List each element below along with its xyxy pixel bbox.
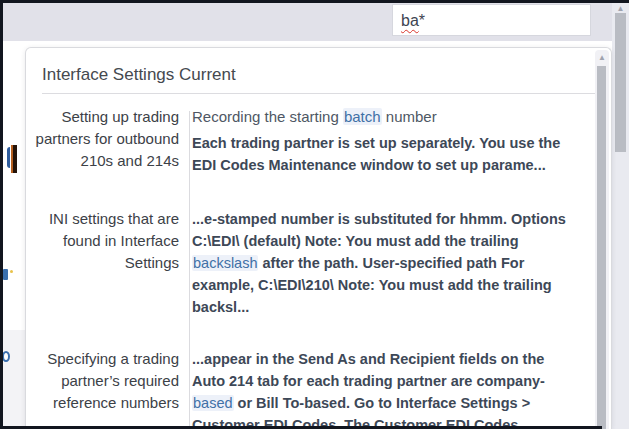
search-results-dropdown: Interface Settings Current Setting up tr… <box>25 47 612 429</box>
result-content: ...e-stamped number is substituted for h… <box>179 208 571 318</box>
result-text: ...e-stamped number is substituted for h… <box>192 211 566 249</box>
background-page-strip <box>3 41 25 429</box>
background-artifact <box>3 269 8 280</box>
search-input[interactable]: ba* <box>392 4 591 36</box>
results-scrollbar[interactable]: ▲ <box>595 50 609 429</box>
highlighted-term: backslash <box>192 255 258 271</box>
highlighted-term: batch <box>343 108 382 125</box>
scroll-up-icon[interactable]: ▲ <box>612 5 629 13</box>
toolbar: ba* <box>3 3 612 41</box>
title-divider <box>42 93 595 94</box>
help-search-window: ba* Interface Settings Current Setting u… <box>0 0 629 429</box>
results-panel-title: Interface Settings Current <box>42 64 595 86</box>
search-term-text: ba <box>401 12 419 29</box>
window-border <box>0 0 3 429</box>
background-artifact <box>7 147 10 168</box>
search-wildcard-text: * <box>419 12 425 29</box>
result-topic: Specifying a trading partner’s required … <box>26 348 179 414</box>
scroll-up-icon[interactable]: ▲ <box>595 54 609 62</box>
search-result[interactable]: Setting up trading partners for outbound… <box>26 106 571 176</box>
window-scrollbar-thumb[interactable] <box>615 13 626 152</box>
window-scrollbar[interactable]: ▲ <box>612 0 629 429</box>
result-content: Recording the starting batch numberEach … <box>179 106 571 176</box>
result-content: ...appear in the Send As and Recipient f… <box>179 348 571 429</box>
result-text: Recording the starting <box>192 108 343 125</box>
background-artifact <box>10 270 13 273</box>
result-topic: INI settings that are found in Interface… <box>26 208 179 274</box>
background-artifact <box>2 351 10 362</box>
highlighted-term: based <box>192 395 234 411</box>
window-border <box>0 0 629 3</box>
result-text: ...appear in the Send As and Recipient f… <box>192 351 545 389</box>
result-text: or Bill To-based. Go to Interface Settin… <box>192 395 530 429</box>
results-list: Setting up trading partners for outbound… <box>26 106 611 429</box>
result-text: number <box>382 108 437 125</box>
search-result[interactable]: INI settings that are found in Interface… <box>26 208 571 318</box>
search-result[interactable]: Specifying a trading partner’s required … <box>26 348 571 429</box>
results-scrollbar-thumb[interactable] <box>597 66 606 429</box>
result-topic: Setting up trading partners for outbound… <box>26 106 179 172</box>
background-section <box>3 330 25 429</box>
background-artifact <box>11 145 17 173</box>
result-text: Each trading partner is set up separatel… <box>192 135 560 173</box>
